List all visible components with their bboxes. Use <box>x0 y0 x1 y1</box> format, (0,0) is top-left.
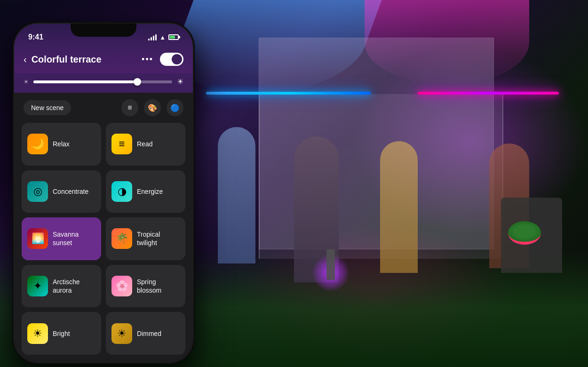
battery-icon <box>168 34 179 40</box>
list-view-button[interactable]: ≡ <box>121 99 138 116</box>
scenes-toolbar: New scene ≡ 🎨 🔵 <box>14 93 193 123</box>
bollard-post <box>326 249 335 280</box>
scene-label-energize: Energize <box>137 187 163 196</box>
signal-icon <box>148 34 157 40</box>
scene-label-dimmed: Dimmed <box>137 329 161 338</box>
phone-body: 9:41 ▲ <box>14 24 193 362</box>
power-knob <box>172 54 182 64</box>
person-2 <box>218 127 255 263</box>
scene-item-blossom[interactable]: 🌸Spring blossom <box>106 265 185 308</box>
app-header: ‹ Colorful terrace ••• <box>14 47 193 73</box>
scene-label-relax: Relax <box>53 140 70 148</box>
scene-item-aurora[interactable]: ✦Arctische aurora <box>22 265 101 308</box>
brightness-fill <box>33 80 137 83</box>
person-4 <box>380 141 418 273</box>
scene-icon-read: ≡ <box>111 134 132 154</box>
scene-item-relax[interactable]: 🌙Relax <box>22 123 101 166</box>
status-icons: ▲ <box>148 34 179 41</box>
gradient-view-button[interactable]: 🔵 <box>167 99 183 116</box>
power-toggle[interactable] <box>160 53 183 66</box>
scenes-grid: 🌙Relax≡Read◎Concentrate◑Energize🌅Savanna… <box>14 123 193 362</box>
scene-item-savanna[interactable]: 🌅Savanna sunset <box>22 217 101 260</box>
palette-icon: 🎨 <box>148 104 157 112</box>
list-icon: ≡ <box>127 104 132 112</box>
scene-item-read[interactable]: ≡Read <box>106 123 185 166</box>
brightness-thumb[interactable] <box>134 78 141 86</box>
brightness-low-icon: ☀ <box>24 79 29 85</box>
header-left: ‹ Colorful terrace <box>24 54 102 65</box>
scene-icon-dimmed: ☀ <box>111 323 132 344</box>
scene-label-concentrate: Concentrate <box>53 187 88 196</box>
scene-item-dimmed[interactable]: ☀Dimmed <box>106 312 185 355</box>
header-title: Colorful terrace <box>32 54 102 65</box>
scene-item-tropical[interactable]: 🌴Tropical twilight <box>106 217 185 260</box>
brightness-high-icon: ☀ <box>177 77 183 86</box>
phone-notch <box>71 24 136 37</box>
watermelon <box>508 221 541 245</box>
scene-icon-blossom: 🌸 <box>111 276 132 296</box>
scene-icon-concentrate: ◎ <box>27 181 48 202</box>
screen-content: ‹ Colorful terrace ••• ☀ <box>14 47 193 362</box>
scene-label-savanna: Savanna sunset <box>53 230 95 247</box>
scene-icon-savanna: 🌅 <box>27 228 48 249</box>
battery-fill <box>170 36 175 39</box>
scene-icon-relax: 🌙 <box>27 134 48 154</box>
brightness-row: ☀ ☀ <box>14 73 193 93</box>
neon-strip-pink <box>418 92 559 95</box>
scene-label-bright: Bright <box>53 329 70 338</box>
scene-label-blossom: Spring blossom <box>137 278 180 295</box>
scene-icon-tropical: 🌴 <box>111 228 132 249</box>
back-button[interactable]: ‹ <box>24 54 27 65</box>
signal-bar-2 <box>151 37 152 40</box>
status-time: 9:41 <box>28 33 43 41</box>
scene-item-bright[interactable]: ☀Bright <box>22 312 101 355</box>
scene-label-aurora: Arctische aurora <box>53 278 95 295</box>
scene-icon-bright: ☀ <box>27 323 48 344</box>
brightness-slider[interactable] <box>33 80 172 83</box>
phone-screen: 9:41 ▲ <box>14 24 193 362</box>
neon-strip-blue <box>206 92 371 95</box>
signal-bar-4 <box>155 34 157 40</box>
scene-icon-energize: ◑ <box>111 181 132 202</box>
phone-container: 9:41 ▲ <box>14 24 193 362</box>
new-scene-button[interactable]: New scene <box>24 100 71 115</box>
signal-bar-1 <box>148 39 150 40</box>
scene-icon-aurora: ✦ <box>27 276 48 296</box>
scene-item-concentrate[interactable]: ◎Concentrate <box>22 170 101 213</box>
header-right: ••• <box>142 53 183 66</box>
scene-item-energize[interactable]: ◑Energize <box>106 170 185 213</box>
scene-label-read: Read <box>137 140 152 148</box>
signal-bar-3 <box>153 36 154 40</box>
gradient-icon: 🔵 <box>170 104 180 112</box>
wifi-icon: ▲ <box>159 34 166 41</box>
more-options-button[interactable]: ••• <box>142 55 153 64</box>
scene-label-tropical: Tropical twilight <box>137 230 180 247</box>
color-view-button[interactable]: 🎨 <box>144 99 161 116</box>
